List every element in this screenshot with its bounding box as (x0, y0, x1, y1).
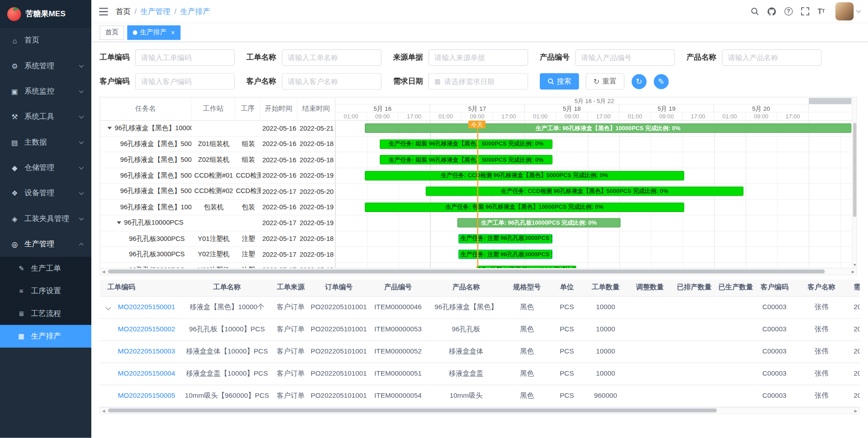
table-cell: 960000 (584, 385, 628, 407)
table-row: MO202205150001移液盒【黑色】10000个客户订单PO2022051… (99, 296, 859, 318)
sidebar-item[interactable]: ❖设备管理 (0, 180, 91, 206)
production-task-bar[interactable]: 生产任务: 注塑 96孔孔板3000PCS 完成比例: 0% (458, 234, 552, 243)
scroll-right-arrow-icon[interactable]: ▶ (853, 408, 859, 414)
sidebar-subitem[interactable]: ✎生产工单 (0, 257, 91, 279)
sidebar-item-label: 系统工具 (24, 112, 80, 122)
filter-input[interactable] (581, 53, 669, 61)
scroll-left-arrow-icon[interactable]: ◀ (100, 408, 107, 414)
table-cell: 张伟 (794, 296, 849, 318)
production-task-bar[interactable]: 生产任务: 组装 96孔移液盒【黑色】5000PCS 完成比例: 0% (380, 139, 552, 149)
sidebar-item[interactable]: ◎生产管理 (0, 231, 91, 257)
filter-input[interactable] (444, 77, 522, 85)
process-cell: 组装 (236, 155, 261, 165)
sidebar-item[interactable]: ⌂首页 (0, 28, 91, 53)
sidebar-item[interactable]: ⚙系统管理 (0, 53, 91, 79)
filter-input[interactable] (141, 53, 228, 61)
breadcrumb-item[interactable]: 生产管理 (141, 6, 170, 16)
gantt-task-row: 96孔孔板3000PCSY03注塑机注塑2022-05-172022-05-19 (100, 263, 335, 268)
table-horizontal-scrollbar[interactable]: ◀ ▶ (99, 407, 859, 414)
chevron-down-icon (79, 139, 84, 144)
tab-close-icon[interactable]: × (171, 29, 175, 36)
production-task-bar[interactable]: 生产任务: 注塑 96孔孔板3000PCS 完成比例: 0% (476, 265, 576, 268)
table-cell: 10000 (584, 363, 628, 385)
production-task-bar[interactable]: 生产任务: CCD检测 96孔移液盒【黑色】5000PCS 完成比例: 0% (426, 187, 744, 196)
edit-round-button[interactable]: ✎ (654, 74, 669, 89)
sidebar-subitem[interactable]: ≡工序设置 (0, 279, 91, 302)
expand-caret-icon[interactable] (117, 221, 121, 224)
production-task-bar[interactable]: 生产任务: 注塑 96孔孔板3000PCS 完成比例: 0% (458, 250, 552, 259)
sidebar-subitem-label: 生产工单 (31, 263, 91, 273)
horizontal-scroll-thumb[interactable] (108, 269, 825, 273)
app-logo[interactable]: 苦糖果MES (0, 0, 91, 28)
sidebar-item[interactable]: ◆仓储管理 (0, 155, 91, 180)
filter-input[interactable] (288, 53, 375, 61)
search-icon[interactable] (750, 7, 759, 15)
horizontal-scroll-thumb[interactable] (108, 409, 717, 413)
workstation-cell: CCD检测#01 (192, 171, 236, 180)
gantt-chart-row: 生产工单: 96孔孔板10000PCS 完成比例: 0% (335, 215, 853, 231)
order-code-link[interactable]: MO202205150002 (118, 325, 175, 333)
tab-active[interactable]: 生产排产× (127, 25, 181, 40)
table-cell: 客户订单 (271, 318, 310, 340)
github-icon[interactable] (767, 7, 776, 16)
tab-item[interactable]: 首页 (99, 25, 124, 40)
table-cell: PO202205101001 (310, 296, 368, 318)
start-time-cell: 2022-05-16 (261, 156, 298, 164)
filter-input[interactable] (434, 53, 522, 61)
scroll-down-arrow-icon[interactable]: ▼ (853, 263, 857, 268)
table-cell: PO202205101001 (310, 385, 368, 407)
sidebar-item[interactable]: ◈工装夹具管理 (0, 206, 91, 231)
gantt-vertical-scrollbar[interactable]: ▼ (852, 98, 857, 268)
filter-input[interactable] (141, 77, 228, 85)
order-code-link[interactable]: MO202205150004 (118, 370, 175, 377)
production-task-bar[interactable]: 生产任务: 组装 96孔移液盒【黑色】5000PCS 完成比例: 0% (380, 155, 552, 165)
work-order-bar[interactable]: 生产工单: 96孔孔板10000PCS 完成比例: 0% (457, 218, 620, 227)
order-code-link[interactable]: MO202205150003 (118, 348, 175, 355)
sidebar-item[interactable]: ⚒系统工具 (0, 104, 91, 129)
work-order-bar[interactable]: 生产工单: 96孔移液盒【黑色】10000PCS 完成比例: 0% (365, 123, 851, 133)
gantt-hour-label: 01:00 (525, 113, 557, 120)
sidebar-item[interactable]: ▣系统监控 (0, 79, 91, 104)
task-name: 96孔移液盒【黑色】10000PCS (120, 203, 192, 212)
sidebar-subitem-label: 生产排产 (31, 331, 91, 341)
breadcrumb-item[interactable]: 首页 (116, 6, 131, 16)
table-cell: PCS (550, 296, 583, 318)
expand-caret-icon[interactable] (108, 127, 112, 130)
start-time-cell: 2022-05-17 (261, 188, 298, 195)
gantt-hour-row: 01:0009:0017:0001:0009:0017:0001:0009:00… (335, 113, 853, 121)
reset-button[interactable]: ↻ 重置 (586, 73, 625, 90)
tools-icon: ⚒ (10, 113, 19, 121)
order-code-link[interactable]: MO202205150005 (118, 392, 175, 400)
search-button[interactable]: 搜索 (540, 73, 579, 90)
sidebar-subitem[interactable]: ≣工艺流程 (0, 302, 91, 325)
production-task-bar[interactable]: 生产任务: 包装 96孔移液盒【黑色】10000PCS 完成比例: 0% (365, 203, 684, 212)
sidebar-item[interactable]: ▤主数据 (0, 130, 91, 155)
breadcrumb-item[interactable]: 生产排产 (180, 6, 210, 16)
user-menu[interactable] (835, 2, 860, 20)
row-expand-caret-icon[interactable] (105, 305, 111, 310)
hamburger-icon[interactable] (99, 8, 108, 15)
production-task-bar[interactable]: 生产任务: CCD检测 96孔移液盒【黑色】5000PCS 完成比例: 0% (365, 171, 684, 180)
gantt-column-header: 工序 (236, 98, 260, 120)
table-cell (717, 340, 755, 363)
gantt-task-row: 96孔移液盒【黑色】5000PCSCCD检测#02CCD检测2022-05-17… (100, 184, 335, 200)
gantt-panel: 任务名工作站工序开始时间结束时间 96孔移液盒【黑色】10000PCS2022-… (99, 97, 857, 268)
filter-input[interactable] (288, 77, 375, 85)
vertical-scroll-thumb[interactable] (853, 123, 856, 217)
fullscreen-icon[interactable] (801, 7, 809, 15)
scroll-left-arrow-icon[interactable]: ◀ (100, 268, 107, 274)
avatar (835, 2, 854, 20)
gantt-range-label: 5月 16 - 5月 22 (575, 98, 614, 104)
tab-active-dot-icon (133, 30, 137, 35)
sidebar-item-label: 工装夹具管理 (24, 214, 80, 224)
table-cell: ITEM00000053 (368, 318, 429, 340)
scroll-right-arrow-icon[interactable]: ▶ (850, 268, 857, 274)
gantt-chart-row: 生产任务: 组装 96孔移液盒【黑色】5000PCS 完成比例: 0% (335, 137, 853, 152)
question-icon[interactable]: ? (784, 7, 793, 15)
gantt-horizontal-scrollbar[interactable]: ◀ ▶ (99, 268, 857, 275)
sidebar-subitem[interactable]: ▦生产排产 (0, 325, 91, 348)
font-size-icon[interactable]: TT (817, 8, 825, 15)
filter-input[interactable] (728, 53, 815, 61)
refresh-round-button[interactable]: ↻ (632, 74, 646, 89)
order-code-link[interactable]: MO202205150001 (118, 303, 175, 311)
